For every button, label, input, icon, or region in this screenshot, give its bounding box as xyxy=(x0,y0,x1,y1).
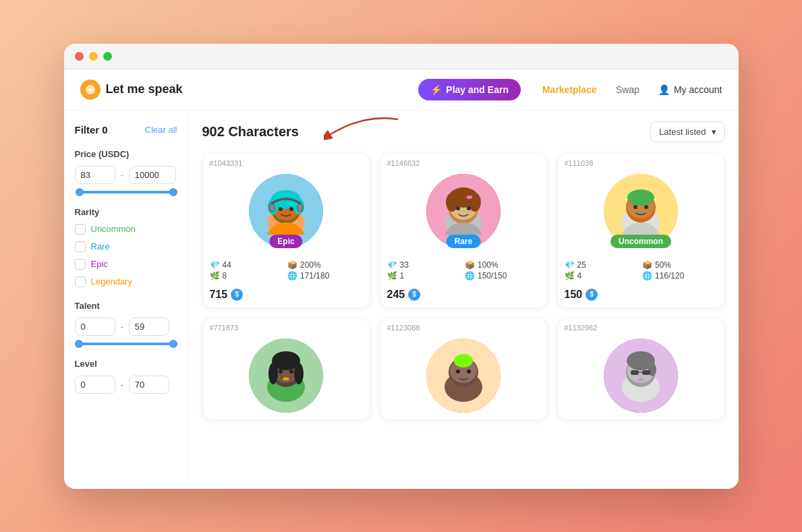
main-title: 902 Characters xyxy=(202,124,299,140)
price-min-input[interactable] xyxy=(75,166,115,184)
nav-marketplace[interactable]: Marketplace xyxy=(542,84,597,95)
stat-2-2: 🌿 4 xyxy=(565,271,640,280)
titlebar xyxy=(64,44,739,69)
character-avatar-4 xyxy=(426,338,500,413)
card-image-1: Rare xyxy=(380,167,547,255)
rarity-legendary-checkbox[interactable] xyxy=(75,276,86,287)
card-stats-1: 💎 33 📦 100% 🌿 1 🌐 15 xyxy=(380,255,547,286)
sort-select[interactable]: Latest listed ▾ xyxy=(650,121,724,142)
rarity-rare-checkbox[interactable] xyxy=(75,241,86,252)
card-id-2: #111038 xyxy=(558,154,724,167)
card-id-5: #1132962 xyxy=(558,318,724,332)
talent-slider-right-thumb[interactable] xyxy=(169,340,177,348)
cards-grid: #1043331 xyxy=(202,153,725,420)
stat-2-0: 💎 25 xyxy=(565,260,640,270)
stat-0-0: 💎 44 xyxy=(210,260,285,270)
stat-val-2-3: 116/120 xyxy=(655,271,684,280)
navbar: Let me speak ⚡ Play and Earn Marketplace… xyxy=(64,69,739,111)
main-title-area: 902 Characters xyxy=(202,124,299,140)
stat-val-1-0: 33 xyxy=(400,260,409,270)
sidebar: Filter 0 Clear all Price (USDC) - xyxy=(64,111,189,489)
price-slider-track[interactable] xyxy=(75,191,177,194)
globe-icon-2: 🌐 xyxy=(642,271,652,280)
stat-val-0-0: 44 xyxy=(223,260,231,270)
expand-dot[interactable] xyxy=(103,52,112,61)
nav-swap[interactable]: Swap xyxy=(616,84,639,95)
character-card-2[interactable]: #111038 xyxy=(557,153,725,308)
stat-val-1-2: 1 xyxy=(400,271,405,280)
rarity-list: Uncommon Rare Epic Legendary xyxy=(75,224,177,287)
character-card-3[interactable]: #771873 xyxy=(202,318,370,420)
svg-point-11 xyxy=(279,207,283,211)
talent-range: - xyxy=(75,318,177,336)
diamond-icon-1: 💎 xyxy=(387,260,397,270)
content-area: Filter 0 Clear all Price (USDC) - xyxy=(64,111,739,489)
character-card-1[interactable]: #1146632 xyxy=(380,153,548,308)
price-section: Price (USDC) - xyxy=(75,149,177,194)
talent-slider-fill xyxy=(75,343,177,345)
svg-point-37 xyxy=(279,370,283,374)
card-id-0: #1043331 xyxy=(203,154,370,167)
svg-point-44 xyxy=(454,354,473,367)
level-max-input[interactable] xyxy=(129,376,169,394)
character-card-0[interactable]: #1043331 xyxy=(202,153,370,308)
clear-all-button[interactable]: Clear all xyxy=(145,125,177,135)
card-id-3: #771873 xyxy=(203,318,370,332)
card-image-5 xyxy=(558,332,724,419)
minimize-dot[interactable] xyxy=(89,52,98,61)
talent-label: Talent xyxy=(75,301,177,311)
diamond-icon-2: 💎 xyxy=(565,260,575,270)
talent-slider-left-thumb[interactable] xyxy=(75,340,83,348)
rarity-badge-2: Uncommon xyxy=(610,235,671,248)
rarity-epic-item[interactable]: Epic xyxy=(75,259,177,270)
stat-val-1-1: 100% xyxy=(478,260,498,270)
rarity-uncommon-item[interactable]: Uncommon xyxy=(75,224,177,235)
price-dash: - xyxy=(121,170,123,180)
svg-point-21 xyxy=(456,206,460,210)
level-min-input[interactable] xyxy=(75,376,115,394)
stat-1-2: 🌿 1 xyxy=(387,271,463,280)
logo-text: Let me speak xyxy=(106,82,183,96)
talent-dash: - xyxy=(121,322,123,332)
level-section: Level - xyxy=(75,359,177,394)
filter-title: Filter 0 xyxy=(75,124,108,136)
talent-slider-track[interactable] xyxy=(75,343,177,345)
rarity-rare-item[interactable]: Rare xyxy=(75,241,177,252)
talent-min-input[interactable] xyxy=(75,318,115,336)
card-stats-0: 💎 44 📦 200% 🌿 8 🌐 17 xyxy=(203,255,370,286)
card-image-2: Uncommon xyxy=(558,167,724,255)
price-slider-right-thumb[interactable] xyxy=(169,188,177,196)
svg-point-29 xyxy=(644,205,648,209)
boost-icon: 📦 xyxy=(287,260,297,270)
rarity-uncommon-checkbox[interactable] xyxy=(75,224,86,235)
svg-point-27 xyxy=(627,189,654,206)
rarity-legendary-label: Legendary xyxy=(91,276,132,287)
play-earn-icon: ⚡ xyxy=(430,84,442,95)
price-slider-left-thumb[interactable] xyxy=(76,188,84,196)
svg-point-56 xyxy=(637,378,644,381)
globe-icon-1: 🌐 xyxy=(465,271,475,280)
logo-area: Let me speak xyxy=(80,80,183,100)
rarity-epic-checkbox[interactable] xyxy=(75,259,86,270)
character-card-5[interactable]: #1132962 xyxy=(557,318,725,420)
rarity-legendary-item[interactable]: Legendary xyxy=(75,276,177,287)
character-svg-3 xyxy=(249,338,323,413)
stat-2-1: 📦 50% xyxy=(642,260,718,270)
character-card-4[interactable]: #1123088 xyxy=(380,318,548,420)
filter-header-section: Filter 0 Clear all xyxy=(75,124,177,136)
close-dot[interactable] xyxy=(75,52,84,61)
play-earn-button[interactable]: ⚡ Play and Earn xyxy=(418,79,521,100)
svg-rect-9 xyxy=(269,204,275,212)
sort-label: Latest listed xyxy=(659,127,706,137)
price-max-input[interactable] xyxy=(129,166,176,184)
price-value-1: 245 xyxy=(387,289,405,301)
nav-account[interactable]: 👤 My account xyxy=(658,84,722,95)
nav-links: Marketplace Swap 👤 My account xyxy=(542,84,722,95)
coin-icon-2: $ xyxy=(585,289,598,301)
stat-0-2: 🌿 8 xyxy=(210,271,285,280)
app-window: Let me speak ⚡ Play and Earn Marketplace… xyxy=(64,44,739,489)
chevron-down-icon: ▾ xyxy=(712,127,716,137)
leaf-icon: 🌿 xyxy=(210,271,220,280)
stat-1-1: 📦 100% xyxy=(465,260,540,270)
talent-max-input[interactable] xyxy=(129,318,169,336)
